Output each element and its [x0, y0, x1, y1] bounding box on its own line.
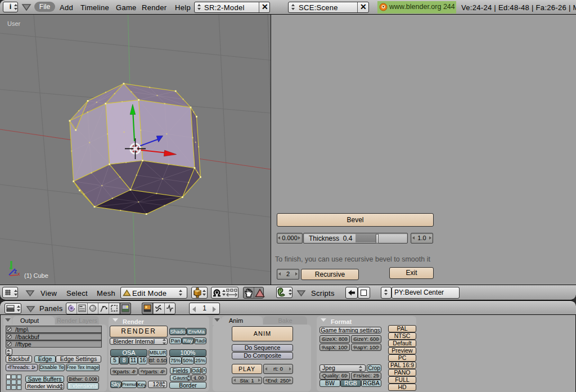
svg-text:z: z: [14, 268, 17, 274]
svg-text:User: User: [7, 20, 21, 27]
svg-text:(1) Cube: (1) Cube: [24, 272, 48, 279]
svg-text:x: x: [17, 271, 20, 277]
